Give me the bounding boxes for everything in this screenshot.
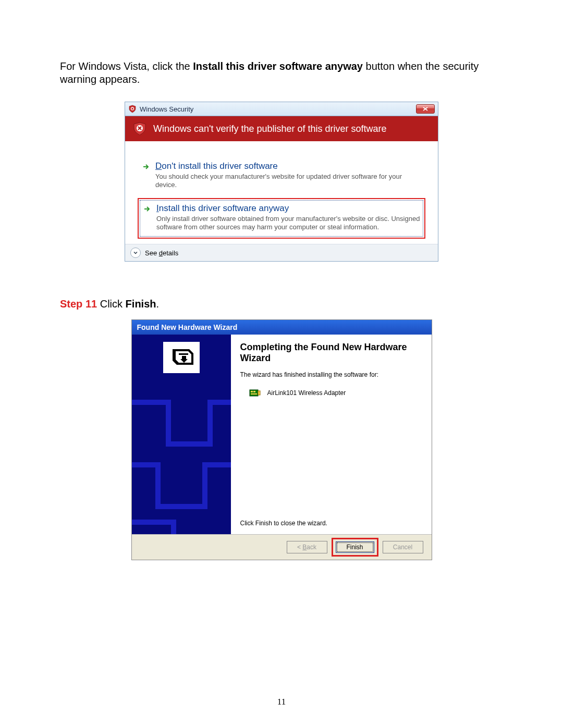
shield-icon	[132, 121, 147, 136]
svg-rect-10	[251, 393, 257, 394]
page-number: 11	[0, 697, 563, 707]
xp-wizard-dialog: Found New Hardware Wizard	[131, 319, 432, 560]
arrow-icon	[142, 163, 150, 171]
option-install-anyway[interactable]: Install this driver software anyway Only…	[138, 198, 425, 239]
xp-line1: The wizard has finished installing the s…	[240, 371, 422, 378]
arrow-icon	[143, 205, 151, 213]
vista-warning-banner: Windows can't verify the publisher of th…	[125, 116, 438, 141]
xp-titlebar: Found New Hardware Wizard	[132, 320, 432, 335]
xp-heading: Completing the Found New Hardware Wizard	[240, 342, 422, 364]
close-icon	[423, 107, 428, 111]
install-emblem-icon	[163, 342, 200, 373]
vista-security-dialog: Windows Security Windows can't verify th…	[125, 102, 438, 262]
device-row: AirLink101 Wireless Adapter	[249, 387, 422, 399]
shield-icon	[128, 105, 137, 113]
option-dont-install[interactable]: Don't install this driver software You s…	[138, 157, 425, 196]
svg-rect-11	[258, 391, 260, 395]
option-desc: Only install driver software obtained fr…	[156, 215, 420, 232]
option-title: Install this driver software anyway	[156, 203, 420, 214]
close-button[interactable]	[416, 104, 435, 114]
device-name: AirLink101 Wireless Adapter	[267, 389, 346, 397]
step-text: Step 11 Click Finish.	[60, 298, 503, 310]
finish-button-highlight: Finish	[332, 538, 378, 557]
svg-rect-5	[179, 353, 188, 355]
chevron-down-icon	[130, 248, 141, 258]
xp-button-row: < Back Finish Cancel	[132, 534, 432, 560]
svg-rect-8	[251, 391, 253, 392]
see-details[interactable]: See details	[125, 244, 438, 261]
decorative-lines	[132, 381, 231, 534]
xp-title-text: Found New Hardware Wizard	[137, 323, 238, 331]
svg-rect-9	[253, 391, 255, 392]
xp-side-graphic	[132, 335, 231, 534]
vista-warning-text: Windows can't verify the publisher of th…	[153, 124, 387, 134]
option-title: Don't install this driver software	[155, 161, 421, 171]
svg-rect-7	[250, 390, 258, 396]
option-desc: You should check your manufacturer's web…	[155, 172, 421, 190]
finish-button[interactable]: Finish	[336, 541, 374, 553]
device-card-icon	[249, 387, 261, 399]
intro-text: For Windows Vista, click the Install thi…	[60, 60, 503, 86]
cancel-button[interactable]: Cancel	[383, 541, 423, 553]
back-button[interactable]: < Back	[287, 541, 327, 553]
see-details-label: See details	[145, 249, 178, 257]
vista-title-text: Windows Security	[140, 105, 193, 113]
xp-close-line: Click Finish to close the wizard.	[240, 520, 422, 527]
vista-titlebar: Windows Security	[125, 102, 438, 116]
